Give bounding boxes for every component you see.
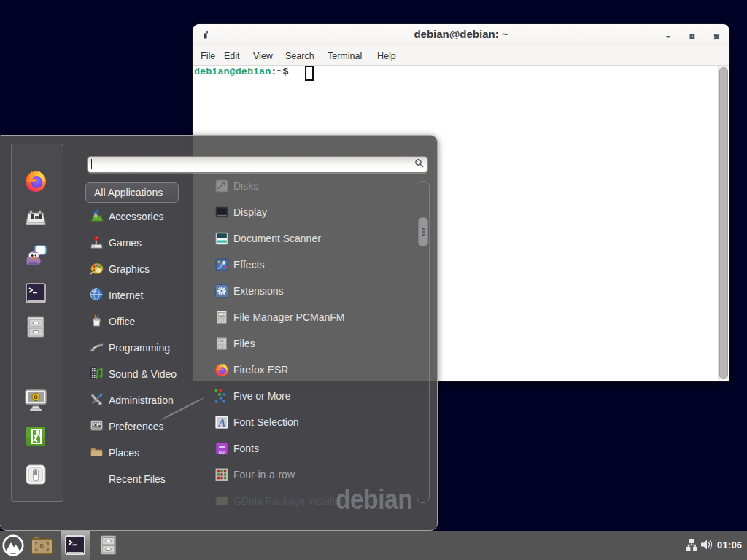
svg-text:aa: aa (219, 448, 225, 455)
svg-text:A: A (217, 417, 225, 429)
